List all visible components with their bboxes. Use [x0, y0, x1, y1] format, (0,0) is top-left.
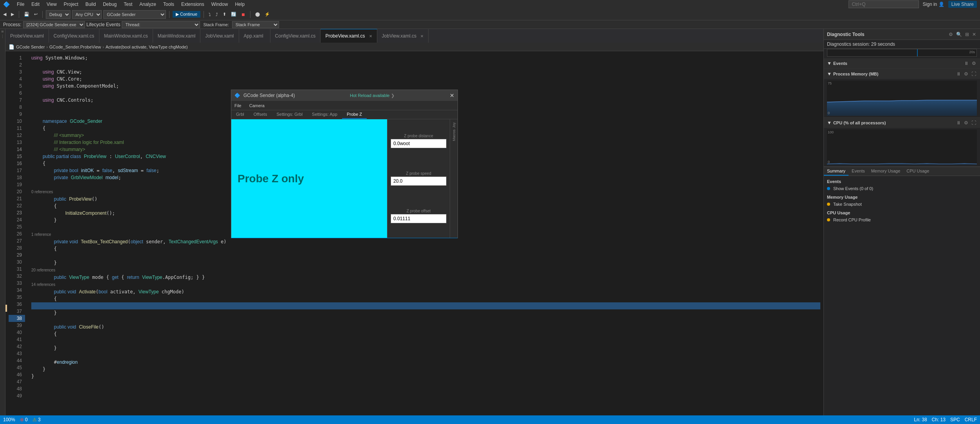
stack-frame-filter[interactable]: Stack Frame:	[202, 22, 230, 28]
memory-pause-icon[interactable]: ⏸	[955, 70, 962, 77]
probe-distance-input[interactable]	[391, 139, 447, 148]
tab-configview-xaml-cs-2[interactable]: ConfigView.xaml.cs	[270, 29, 321, 43]
process-memory-header[interactable]: ▼ Process Memory (MB) ⏸ ⚙ ⛶	[824, 69, 980, 79]
menu-item-extensions[interactable]: Extensions	[178, 1, 207, 8]
tab-jobview-xaml[interactable]: JobView.xaml	[200, 29, 239, 43]
search-input[interactable]	[848, 0, 919, 8]
exception-button[interactable]: ⚡	[263, 11, 272, 18]
events-pause-icon[interactable]: ⏸	[963, 60, 969, 67]
tab-label: MainWindow.xaml	[158, 33, 196, 39]
left-sidebar-icon-1[interactable]: ≡	[0, 31, 5, 33]
continue-button[interactable]: ▶ Continue	[173, 11, 200, 18]
cpu-fullscreen-icon[interactable]: ⛶	[971, 119, 977, 126]
restart-button[interactable]: 🔄	[229, 11, 238, 18]
diag-search-icon[interactable]: 🔍	[955, 31, 963, 38]
tab-app-xaml[interactable]: App.xaml	[239, 29, 270, 43]
menu-item-debug[interactable]: Debug	[100, 1, 120, 8]
tab-close-icon[interactable]: ✕	[420, 34, 423, 38]
cpu-section-header[interactable]: ▼ CPU (% of all processors) ⏸ ⚙ ⛶	[824, 118, 980, 128]
menu-item-tools[interactable]: Tools	[160, 1, 177, 8]
thread-dropdown[interactable]: Thread:	[122, 21, 200, 28]
cpu-chart: 100 0	[827, 129, 977, 165]
probe-speed-label: Z probe speed	[391, 171, 447, 176]
menu-item-edit[interactable]: Edit	[28, 1, 43, 8]
record-cpu-label[interactable]: Record CPU Profile	[833, 217, 871, 222]
breakpoint-button[interactable]: ⬤	[254, 11, 261, 18]
tab-bar: ProbeView.xaml ConfigView.xaml.cs MainWi…	[5, 29, 823, 43]
tab-probeview-xaml-cs[interactable]: ProbeView.xaml.cs ✕	[321, 29, 377, 43]
side-tab-joy[interactable]: Joy	[452, 122, 456, 128]
menu-item-file[interactable]: File	[14, 1, 27, 8]
undo-button[interactable]: ↩	[32, 11, 39, 18]
menu-item-project[interactable]: Project	[61, 1, 81, 8]
memory-y-min: 0	[828, 111, 830, 115]
menu-item-analyze[interactable]: Analyze	[136, 1, 159, 8]
memory-y-max: 75	[828, 81, 832, 85]
diag-tab-cpu-usage[interactable]: CPU Usage	[903, 167, 932, 176]
debug-dropdown[interactable]: Debug	[46, 10, 70, 19]
float-menu-camera[interactable]: Camera	[248, 102, 266, 109]
menu-item-build[interactable]: Build	[82, 1, 99, 8]
status-line: Ln: 38	[914, 417, 927, 422]
take-snapshot-label[interactable]: Take Snapshot	[833, 202, 862, 207]
save-button[interactable]: 💾	[22, 11, 31, 18]
tab-label: ConfigView.xaml.cs	[275, 33, 316, 39]
stop-button[interactable]: ⏹	[240, 11, 247, 18]
stack-frame-dropdown[interactable]: Stack Frame	[232, 21, 279, 28]
cpu-tools: ⏸ ⚙ ⛶	[955, 119, 977, 126]
sign-in-button[interactable]: Sign in 👤	[923, 2, 944, 7]
back-button[interactable]: ◀	[2, 11, 8, 18]
probe-speed-input[interactable]	[391, 176, 447, 186]
svg-marker-0	[827, 100, 977, 116]
diag-filter-icon[interactable]: ⊞	[964, 31, 970, 38]
step-over-button[interactable]: ⤵	[207, 11, 213, 18]
live-share-button[interactable]: Live Share	[948, 1, 977, 8]
events-section-header[interactable]: ▼ Events ⏸ ⚙	[824, 58, 980, 68]
menu-item-test[interactable]: Test	[121, 1, 135, 8]
float-close-button[interactable]: ✕	[450, 92, 454, 99]
tab-mainwindow-xaml[interactable]: MainWindow.xaml	[153, 29, 201, 43]
menu-item-view[interactable]: View	[43, 1, 60, 8]
cpu-dropdown[interactable]: Any CPU	[72, 10, 102, 19]
side-tab-macros[interactable]: Macros	[452, 129, 456, 141]
cpu-pause-icon[interactable]: ⏸	[955, 119, 962, 126]
breadcrumb-file[interactable]: GCode_Sender.ProbeView	[49, 45, 101, 49]
show-events-label[interactable]: Show Events (0 of 0)	[833, 186, 873, 191]
menu-item-window[interactable]: Window	[208, 1, 231, 8]
cpu-settings-icon[interactable]: ⚙	[963, 119, 969, 126]
probe-offset-input[interactable]	[391, 214, 447, 223]
tab-probeview-xaml[interactable]: ProbeView.xaml	[5, 29, 49, 43]
diag-close-icon[interactable]: ✕	[971, 31, 977, 38]
breadcrumb-method: Activate(bool activate, ViewType chgMode…	[106, 45, 188, 49]
diag-tab-summary[interactable]: Summary	[824, 167, 848, 176]
float-menu-file[interactable]: File	[233, 102, 243, 109]
float-tab-grbl[interactable]: Grbl	[231, 110, 249, 119]
float-tab-settings-app[interactable]: Settings: App	[307, 110, 342, 119]
tab-configview-xaml-cs[interactable]: ConfigView.xaml.cs	[49, 29, 99, 43]
status-warnings: ⚠ 3	[32, 417, 41, 422]
breadcrumb-project[interactable]: GCode Sender	[16, 45, 45, 49]
breadcrumb-sep-2: ›	[103, 45, 104, 49]
events-settings-icon[interactable]: ⚙	[971, 60, 977, 67]
float-title-bar[interactable]: 🔷 GCode Sender (alpha-4) Hot Reload avai…	[231, 90, 458, 101]
menu-item-help[interactable]: Help	[232, 1, 248, 8]
step-into-button[interactable]: ⤴	[214, 11, 220, 18]
forward-button[interactable]: ▶	[9, 11, 16, 18]
tab-mainwindow-xaml-cs[interactable]: MainWindow.xaml.cs	[99, 29, 153, 43]
memory-settings-icon[interactable]: ⚙	[963, 70, 969, 77]
step-out-button[interactable]: ⬆	[221, 11, 228, 18]
memory-fullscreen-icon[interactable]: ⛶	[971, 70, 977, 77]
diag-settings-icon[interactable]: ⚙	[948, 31, 954, 38]
diag-tab-memory-usage[interactable]: Memory Usage	[868, 167, 904, 176]
float-tab-probe-z[interactable]: Probe Z	[342, 110, 367, 119]
tab-close-icon[interactable]: ✕	[369, 34, 372, 38]
project-dropdown[interactable]: GCode Sender	[103, 10, 166, 19]
float-tab-settings-grbl[interactable]: Settings: Grbl	[272, 110, 307, 119]
cpu-title: CPU (% of all processors)	[833, 120, 954, 125]
tab-jobview-xaml-cs[interactable]: JobView.xaml.cs ✕	[377, 29, 429, 43]
breadcrumb-sep-1: ›	[46, 45, 48, 49]
left-sidebar-icon-2[interactable]: ⋯	[0, 34, 5, 38]
process-dropdown[interactable]: [2324] GCode Sender.exe	[23, 21, 85, 28]
float-tab-offsets[interactable]: Offsets	[249, 110, 272, 119]
diag-tab-events[interactable]: Events	[848, 167, 868, 176]
